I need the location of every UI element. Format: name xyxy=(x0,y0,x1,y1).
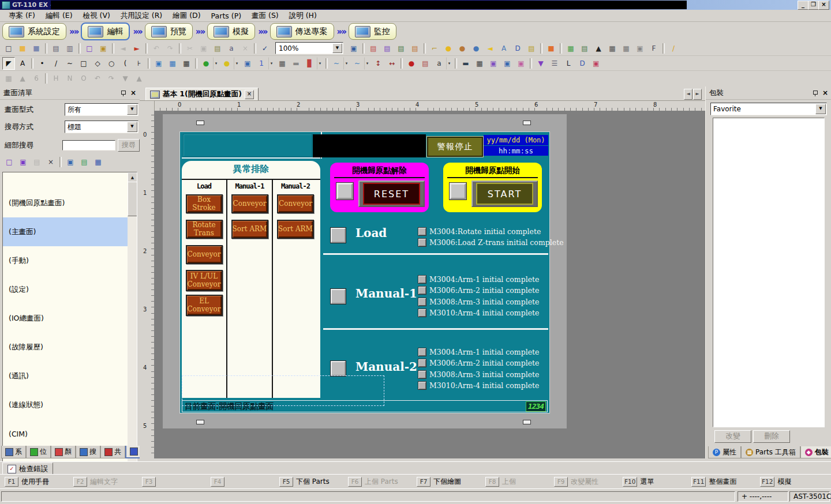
rotate-right-icon[interactable]: ↷ xyxy=(105,72,118,85)
screen-copy-icon[interactable]: ▣ xyxy=(17,156,29,168)
chevron-down-icon[interactable]: ▾ xyxy=(268,57,275,70)
ellipse-icon[interactable]: ○ xyxy=(105,57,118,70)
error-check-tab[interactable]: ✓ 檢查錯誤 xyxy=(2,462,53,475)
indicator-lamp[interactable] xyxy=(418,348,426,356)
alarm-icon[interactable]: ● xyxy=(405,57,418,70)
function-key-f5[interactable]: F5下個 Parts xyxy=(275,477,343,487)
scale-icon[interactable]: ⊦ xyxy=(133,57,145,70)
menu-item-6[interactable]: 畫面 (S) xyxy=(246,10,284,22)
parts-call-icon[interactable]: ▣ xyxy=(487,57,500,70)
pin-icon[interactable] xyxy=(121,91,126,96)
bargraph-icon[interactable]: ▊ xyxy=(304,57,316,70)
tab-close-icon[interactable]: × xyxy=(245,90,254,99)
screen-call-icon[interactable]: ▣ xyxy=(501,57,514,70)
document-tab[interactable]: 基本 1(開機回原點畫面) × xyxy=(145,88,259,100)
image-icon[interactable]: ▣ xyxy=(152,57,165,70)
close-button[interactable]: × xyxy=(818,1,829,10)
edit-canvas[interactable]: 警報停止 yy/mm/dd (Mon) hh:mm:ss 異常排除 LoadBo… xyxy=(155,111,705,458)
tab-scroll-right-icon[interactable]: ► xyxy=(693,89,702,100)
touch-icon[interactable]: L xyxy=(562,57,575,70)
mail-icon[interactable]: ▤ xyxy=(525,42,538,55)
origin-release-lamp[interactable] xyxy=(336,183,353,200)
indicator-lamp[interactable] xyxy=(418,359,426,367)
zoom-combo[interactable]: 100%▼ xyxy=(275,42,343,54)
function-key-f6[interactable]: F6上個 Parts xyxy=(343,477,412,487)
coil-icon[interactable]: O xyxy=(77,72,90,85)
arc-icon[interactable]: ( xyxy=(119,57,132,70)
tag-icon[interactable]: 6 xyxy=(30,72,43,85)
trouble-button[interactable]: Rotate Trans xyxy=(186,220,223,239)
package-color-icon[interactable]: ▣ xyxy=(590,57,602,70)
workflow-button-3[interactable]: 模擬 xyxy=(207,23,255,40)
indicator-lamp[interactable] xyxy=(418,227,426,236)
upload-icon[interactable]: ▲ xyxy=(16,72,29,85)
workflow-button-5[interactable]: 監控 xyxy=(349,23,396,40)
screen-paste-icon[interactable]: ▤ xyxy=(31,156,43,168)
film-parts-icon[interactable]: ▦ xyxy=(620,42,632,55)
redo-icon[interactable]: ↷ xyxy=(164,42,177,55)
indicator-lamp[interactable] xyxy=(418,309,426,317)
delete-button[interactable]: 刪除 xyxy=(753,430,790,443)
start-button[interactable]: START xyxy=(471,180,538,207)
export-icon[interactable]: ► xyxy=(130,42,143,55)
indicator-lamp[interactable] xyxy=(418,275,426,284)
screen-new-icon[interactable]: □ xyxy=(3,156,16,168)
script-icon[interactable]: ▤ xyxy=(395,42,407,55)
menu-item-1[interactable]: 編輯 (E) xyxy=(40,10,78,22)
dither-icon[interactable]: ☰ xyxy=(548,57,561,70)
indicator-lamp[interactable] xyxy=(418,381,426,390)
polyline-icon[interactable]: ~ xyxy=(63,57,76,70)
function-key-f11[interactable]: F11整個畫面 xyxy=(687,477,755,487)
indicator-lamp[interactable] xyxy=(418,238,426,247)
preview-icon[interactable]: ▣ xyxy=(64,156,77,168)
trouble-button[interactable]: EL Conveyor xyxy=(186,295,223,316)
print-icon[interactable]: ▤ xyxy=(50,42,62,55)
keypad-icon[interactable]: ▦ xyxy=(276,57,289,70)
switch-window-icon[interactable]: ▣ xyxy=(241,57,254,70)
select-icon[interactable]: ◤ xyxy=(2,57,15,70)
search-button[interactable]: 搜尋 xyxy=(118,139,140,152)
device-matrix-icon[interactable]: ▦ xyxy=(606,42,619,55)
transfer-icon[interactable]: ▣ xyxy=(515,57,527,70)
time-action-icon[interactable]: ● xyxy=(470,42,482,55)
right-panel-tab-0[interactable]: P屬性 xyxy=(708,446,741,458)
pin-parts-icon[interactable]: ▼ xyxy=(534,57,547,70)
table-icon[interactable]: ▦ xyxy=(180,57,193,70)
open-icon[interactable]: ■ xyxy=(16,42,29,55)
screen-list-item-2[interactable]: (手動) xyxy=(3,246,128,275)
left-panel-tab-0[interactable]: 系 xyxy=(1,446,26,458)
left-panel-tab-4[interactable]: 共 xyxy=(100,446,125,458)
screen-open-icon[interactable]: ▣ xyxy=(97,42,110,55)
import-icon[interactable]: ◄ xyxy=(117,42,129,55)
chevron-down-icon[interactable]: ▾ xyxy=(234,57,240,70)
selection-handle[interactable] xyxy=(523,420,531,424)
origin-start-lamp[interactable] xyxy=(450,183,466,200)
menu-item-7[interactable]: 說明 (H) xyxy=(284,10,322,22)
chevron-down-icon[interactable]: ▾ xyxy=(213,57,219,70)
text-icon[interactable]: A xyxy=(16,57,29,70)
screen-list-item-4[interactable]: (IO總畫面) xyxy=(3,304,128,333)
delete-icon[interactable]: × xyxy=(239,42,252,55)
chevron-down-icon[interactable]: ▼ xyxy=(815,104,826,114)
alarm-stop-button[interactable]: 警報停止 xyxy=(427,137,483,157)
data-jar-icon[interactable]: ● xyxy=(456,42,469,55)
dot-icon[interactable]: • xyxy=(36,57,48,70)
scroll-up-icon[interactable]: ▲ xyxy=(128,172,137,182)
screen-list-item-6[interactable]: (通訊) xyxy=(3,362,128,390)
workflow-button-1[interactable]: 編輯 xyxy=(81,22,130,40)
status-lamp[interactable] xyxy=(331,289,346,304)
film-strip-icon[interactable]: ▦ xyxy=(473,57,486,70)
panel-close-icon[interactable]: × xyxy=(130,89,136,96)
move-h-icon[interactable]: ↔ xyxy=(385,57,398,70)
tree-icon[interactable]: ▦ xyxy=(92,156,104,168)
right-panel-tab-1[interactable]: ▦Parts 工具箱 xyxy=(741,446,800,458)
chevron-down-icon[interactable]: ▾ xyxy=(343,57,350,70)
reset-button[interactable]: RESET xyxy=(358,180,425,207)
numeric-icon[interactable]: 1 xyxy=(255,57,268,70)
screen-list-item-0[interactable]: (開機回原點畫面) xyxy=(3,189,128,217)
restore-button[interactable]: ❐ xyxy=(808,1,819,10)
copy-icon[interactable]: ▣ xyxy=(197,42,210,55)
parts-new-icon[interactable]: ▤ xyxy=(409,42,421,55)
plate-icon[interactable]: ▬ xyxy=(290,57,302,70)
chevron-down-icon[interactable]: ▾ xyxy=(364,57,370,70)
